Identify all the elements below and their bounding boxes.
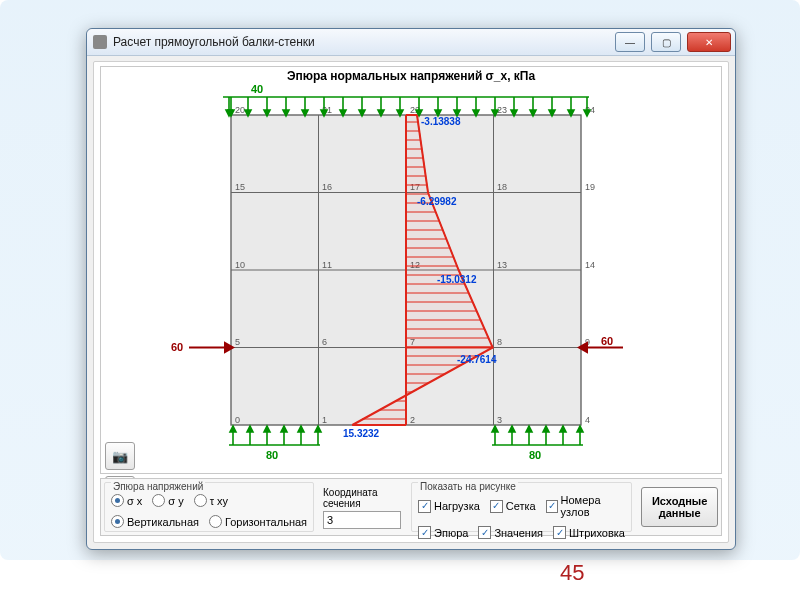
- check-load[interactable]: Нагрузка: [418, 500, 480, 513]
- svg-text:80: 80: [266, 449, 278, 461]
- svg-text:13: 13: [497, 260, 507, 270]
- svg-text:8: 8: [497, 337, 502, 347]
- check-grid[interactable]: Сетка: [490, 500, 536, 513]
- check-nodes[interactable]: Номера узлов: [546, 494, 625, 518]
- drawing-panel: Эпюра нормальных напряжений σ_x, кПа: [100, 66, 722, 474]
- radio-tau-xy[interactable]: τ xy: [194, 494, 228, 507]
- svg-text:-15.0312: -15.0312: [437, 274, 477, 285]
- coord-label: Координата сечения: [323, 487, 401, 509]
- section-coordinate: Координата сечения: [323, 487, 401, 535]
- svg-text:0: 0: [235, 415, 240, 425]
- svg-marker-99: [509, 426, 515, 432]
- svg-marker-94: [315, 426, 321, 432]
- svg-marker-88: [264, 426, 270, 432]
- check-values[interactable]: Значения: [478, 526, 543, 539]
- client-area: Эпюра нормальных напряжений σ_x, кПа: [93, 61, 729, 543]
- minimize-button[interactable]: —: [615, 32, 645, 52]
- title-bar: Расчет прямоугольной балки-стенки — ▢ ✕: [87, 29, 735, 56]
- svg-text:2: 2: [410, 415, 415, 425]
- group-show-title: Показать на рисунке: [418, 482, 518, 492]
- svg-text:19: 19: [585, 182, 595, 192]
- svg-text:3: 3: [497, 415, 502, 425]
- svg-text:14: 14: [585, 260, 595, 270]
- maximize-button[interactable]: ▢: [651, 32, 681, 52]
- svg-marker-90: [281, 426, 287, 432]
- svg-text:15: 15: [235, 182, 245, 192]
- svg-text:5: 5: [235, 337, 240, 347]
- svg-text:60: 60: [601, 335, 613, 347]
- svg-text:40: 40: [251, 83, 263, 95]
- controls-panel: Эпюра напряжений σ x σ y τ xy Вертикальн…: [100, 478, 722, 536]
- svg-text:60: 60: [171, 341, 183, 353]
- svg-text:10: 10: [235, 260, 245, 270]
- svg-marker-74: [584, 110, 590, 116]
- slide-number: 45: [560, 560, 584, 586]
- svg-text:18: 18: [497, 182, 507, 192]
- radio-sigma-x[interactable]: σ x: [111, 494, 142, 507]
- screenshot-button[interactable]: 📷: [105, 442, 135, 470]
- app-icon: [93, 35, 107, 49]
- radio-sigma-y[interactable]: σ y: [152, 494, 183, 507]
- svg-marker-105: [560, 426, 566, 432]
- check-epure[interactable]: Эпюра: [418, 526, 468, 539]
- stress-diagram: 0 1 2 3 4 5 6 7 8 9 10 11 12: [101, 67, 721, 473]
- svg-marker-92: [298, 426, 304, 432]
- svg-text:16: 16: [322, 182, 332, 192]
- svg-marker-103: [543, 426, 549, 432]
- radio-horizontal[interactable]: Горизонтальная: [209, 515, 307, 528]
- svg-text:4: 4: [585, 415, 590, 425]
- window-title: Расчет прямоугольной балки-стенки: [113, 35, 609, 49]
- svg-text:-24.7614: -24.7614: [457, 354, 497, 365]
- group-show: Показать на рисунке Нагрузка Сетка Номер…: [411, 482, 632, 532]
- svg-marker-84: [230, 426, 236, 432]
- source-data-button[interactable]: Исходные данные: [641, 487, 718, 527]
- svg-text:20: 20: [235, 105, 245, 115]
- svg-text:80: 80: [529, 449, 541, 461]
- svg-text:-3.13838: -3.13838: [421, 116, 461, 127]
- svg-text:-6.29982: -6.29982: [417, 196, 457, 207]
- svg-marker-101: [526, 426, 532, 432]
- radio-vertical[interactable]: Вертикальная: [111, 515, 199, 528]
- svg-text:11: 11: [322, 260, 332, 270]
- group-epure-title: Эпюра напряжений: [111, 482, 205, 492]
- close-button[interactable]: ✕: [687, 32, 731, 52]
- svg-marker-97: [492, 426, 498, 432]
- app-window: Расчет прямоугольной балки-стенки — ▢ ✕ …: [86, 28, 736, 550]
- svg-marker-86: [247, 426, 253, 432]
- svg-text:1: 1: [322, 415, 327, 425]
- group-epure: Эпюра напряжений σ x σ y τ xy Вертикальн…: [104, 482, 314, 532]
- svg-text:15.3232: 15.3232: [343, 428, 380, 439]
- svg-text:6: 6: [322, 337, 327, 347]
- camera-icon: 📷: [112, 449, 128, 464]
- check-hatch[interactable]: Штриховка: [553, 526, 625, 539]
- coord-input[interactable]: [323, 511, 401, 529]
- svg-marker-107: [577, 426, 583, 432]
